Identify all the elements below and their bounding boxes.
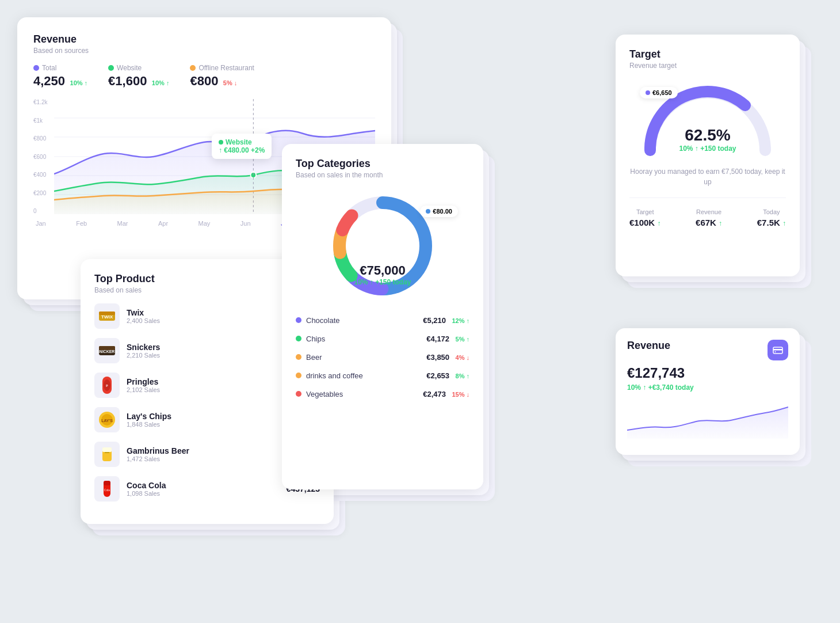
revenue-small-card: Revenue €127,743 10% ↑ +€3,740 today bbox=[616, 328, 800, 455]
donut-badge-dot bbox=[426, 209, 430, 214]
offline-label: Offline Restaurant bbox=[198, 64, 254, 72]
gauge-value: 62.5% 10% ↑ +150 today bbox=[679, 126, 736, 153]
revenue-small-value: €127,743 bbox=[627, 365, 788, 381]
donut-badge-label: €80.00 bbox=[433, 208, 452, 215]
target-card: Target Revenue target €6,650 62.5% 10% ↑… bbox=[616, 35, 800, 276]
chocolate-name: Chocolate bbox=[306, 316, 340, 325]
gauge-badge: €6,650 bbox=[640, 87, 678, 98]
metric-website: Website €1,600 10% ↑ bbox=[108, 64, 171, 89]
svg-text:Cola: Cola bbox=[104, 488, 110, 492]
donut-change: 10% ↑ +150 today bbox=[354, 278, 411, 286]
chart-tooltip: Website ↑ €480.00 +2% bbox=[212, 134, 272, 159]
drinks-value: €2,653 bbox=[426, 371, 449, 380]
gauge-change: 10% ↑ +150 today bbox=[679, 145, 736, 153]
target-subtitle: Revenue target bbox=[629, 62, 786, 70]
beer-value: €3,850 bbox=[426, 353, 449, 362]
category-row-chocolate: Chocolate €5,210 12% ↑ bbox=[296, 315, 469, 325]
revenue-metrics: Total 4,250 10% ↑ Website €1,600 10% ↑ O… bbox=[33, 64, 375, 89]
target-metrics: Target €100K ↑ Revenue €67K ↑ Today €7.5… bbox=[629, 197, 786, 227]
offline-dot bbox=[190, 65, 196, 71]
metric-total: Total 4,250 10% ↑ bbox=[33, 64, 90, 89]
sparkline-chart bbox=[627, 398, 788, 439]
vegetables-value: €2,473 bbox=[423, 390, 446, 398]
vegetables-dot bbox=[296, 391, 301, 397]
product-info-gambrinus: Gambrinus Beer 1,472 Sales bbox=[127, 446, 280, 462]
target-message: Hooray you managed to earn €7,500 today,… bbox=[629, 166, 786, 187]
x-mar: Mar bbox=[117, 220, 128, 227]
category-row-vegetables: Vegetables €2,473 15% ↓ bbox=[296, 389, 469, 399]
website-value: €1,600 10% ↑ bbox=[108, 74, 171, 89]
category-row-chips: Chips €4,172 5% ↑ bbox=[296, 333, 469, 344]
product-info-snickers: Snickers 2,210 Sales bbox=[127, 343, 280, 359]
tooltip-value: ↑ €480.00 +2% bbox=[219, 146, 265, 154]
total-label: Total bbox=[42, 64, 56, 72]
svg-point-33 bbox=[775, 351, 776, 352]
donut-total: €75,000 bbox=[354, 263, 411, 278]
svg-rect-21 bbox=[105, 452, 109, 453]
svg-text:TWIX: TWIX bbox=[101, 314, 113, 320]
vegetables-change: 15% ↓ bbox=[452, 391, 469, 398]
product-info-lays: Lay's Chips 1,848 Sales bbox=[127, 412, 280, 428]
product-info-twix: Twix 2,400 Sales bbox=[127, 308, 280, 324]
category-row-beer: Beer €3,850 4% ↓ bbox=[296, 352, 469, 362]
chocolate-change: 12% ↑ bbox=[452, 317, 469, 324]
x-feb: Feb bbox=[76, 220, 87, 227]
donut-badge: €80.00 bbox=[420, 206, 458, 217]
offline-value: €800 5% ↓ bbox=[190, 74, 254, 89]
beer-change: 4% ↓ bbox=[456, 354, 469, 361]
credit-card-icon bbox=[772, 344, 784, 356]
revenue-small-icon bbox=[768, 340, 788, 360]
svg-rect-20 bbox=[102, 447, 112, 452]
product-img-lays: LAY'S bbox=[94, 407, 120, 432]
top-categories-card: Top Categories Based on sales in the mon… bbox=[282, 144, 483, 489]
product-img-gambrinus bbox=[94, 442, 120, 467]
tooltip-dot bbox=[219, 140, 223, 145]
svg-text:SNICKERS: SNICKERS bbox=[97, 350, 117, 354]
donut-chart-container: €80.00 €75,000 10% ↑ +150 today bbox=[296, 188, 469, 303]
categories-subtitle: Based on sales in the month bbox=[296, 171, 469, 179]
product-img-snickers: SNICKERS bbox=[94, 338, 120, 363]
revenue-title: Revenue bbox=[33, 33, 375, 45]
drinks-change: 8% ↑ bbox=[456, 373, 469, 379]
chips-name: Chips bbox=[306, 335, 325, 343]
website-dot bbox=[108, 65, 114, 71]
category-row-drinks: drinks and coffee €2,653 8% ↑ bbox=[296, 370, 469, 381]
product-info-pringles: Pringles 2,102 Sales bbox=[127, 377, 280, 393]
total-value: 4,250 10% ↑ bbox=[33, 74, 90, 89]
website-label: Website bbox=[117, 64, 142, 72]
gauge-badge-dot bbox=[646, 90, 650, 95]
revenue-small-header: Revenue bbox=[627, 340, 788, 360]
total-dot bbox=[33, 65, 39, 71]
beer-name: Beer bbox=[306, 353, 322, 362]
chocolate-dot bbox=[296, 317, 301, 323]
product-img-pringles: P bbox=[94, 373, 120, 398]
beer-dot bbox=[296, 354, 301, 360]
svg-rect-23 bbox=[104, 481, 110, 485]
gauge-percent: 62.5% bbox=[679, 126, 736, 145]
x-jan: Jan bbox=[36, 220, 46, 227]
x-jun: Jun bbox=[240, 220, 251, 227]
chocolate-value: €5,210 bbox=[423, 316, 446, 325]
sparkline bbox=[627, 398, 788, 441]
x-apr: Apr bbox=[158, 220, 168, 227]
categories-title: Top Categories bbox=[296, 158, 469, 170]
tooltip-website-label: Website bbox=[226, 138, 252, 146]
gauge-badge-label: €6,650 bbox=[652, 89, 672, 96]
x-may: May bbox=[198, 220, 211, 227]
y-axis: €1.2k €1k €800 €600 €400 €200 0 bbox=[33, 99, 54, 216]
drinks-name: drinks and coffee bbox=[306, 371, 363, 380]
tmetric-target: Target €100K ↑ bbox=[629, 208, 660, 227]
target-title: Target bbox=[629, 48, 786, 60]
drinks-dot bbox=[296, 373, 301, 378]
tmetric-today: Today €7.5K ↑ bbox=[757, 208, 786, 227]
revenue-subtitle: Based on sources bbox=[33, 47, 375, 55]
product-info-cocacola: Coca Cola 1,098 Sales bbox=[127, 481, 280, 497]
svg-rect-32 bbox=[773, 349, 782, 351]
vegetables-name: Vegetables bbox=[306, 390, 343, 398]
chips-change: 5% ↑ bbox=[456, 336, 469, 343]
metric-offline: Offline Restaurant €800 5% ↓ bbox=[190, 64, 254, 89]
gauge-container: €6,650 62.5% 10% ↑ +150 today bbox=[629, 81, 786, 162]
product-img-twix: TWIX bbox=[94, 303, 120, 329]
revenue-small-change: 10% ↑ +€3,740 today bbox=[627, 383, 788, 392]
category-list: Chocolate €5,210 12% ↑ Chips €4,172 5% ↑… bbox=[296, 315, 469, 399]
